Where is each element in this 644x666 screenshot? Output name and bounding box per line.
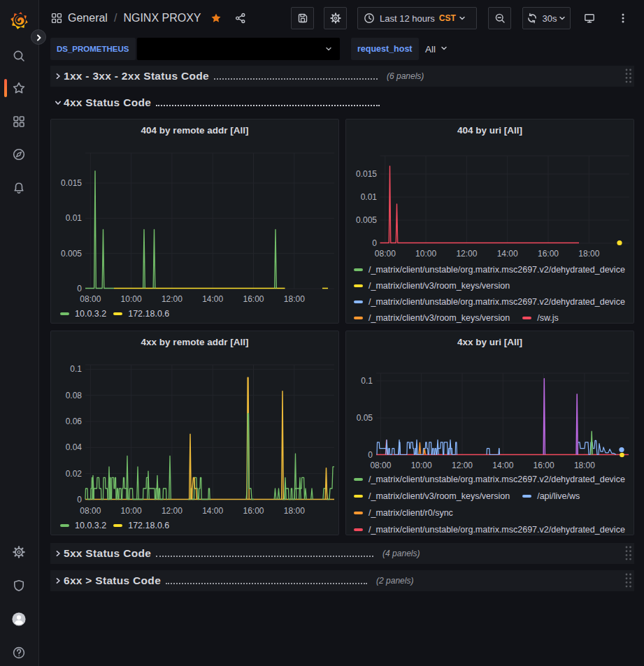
svg-text:14:00: 14:00 [202,294,223,304]
svg-text:0.005: 0.005 [356,215,377,225]
svg-text:18:00: 18:00 [284,294,305,304]
svg-text:14:00: 14:00 [497,249,518,259]
svg-text:16:00: 16:00 [243,506,264,516]
svg-text:10:00: 10:00 [121,294,142,304]
svg-text:0.05: 0.05 [357,413,373,423]
svg-text:12:00: 12:00 [456,249,477,259]
svg-text:12:00: 12:00 [452,461,473,470]
svg-text:14:00: 14:00 [202,506,223,516]
svg-text:0.01: 0.01 [66,213,83,223]
svg-text:0: 0 [372,238,377,248]
svg-text:0.015: 0.015 [356,169,377,179]
svg-text:0.015: 0.015 [61,178,82,188]
svg-text:18:00: 18:00 [578,249,599,259]
svg-text:12:00: 12:00 [162,294,183,304]
svg-text:16:00: 16:00 [534,461,554,470]
svg-text:10:00: 10:00 [121,506,142,516]
svg-text:14:00: 14:00 [492,461,513,470]
svg-text:08:00: 08:00 [375,249,396,259]
svg-text:08:00: 08:00 [370,461,391,470]
svg-text:0.08: 0.08 [66,391,83,400]
svg-text:0.1: 0.1 [361,376,373,386]
svg-text:18:00: 18:00 [284,506,305,516]
svg-text:16:00: 16:00 [243,294,264,304]
svg-text:18:00: 18:00 [574,461,595,470]
svg-text:08:00: 08:00 [80,294,101,304]
svg-text:10:00: 10:00 [415,249,436,259]
svg-text:0: 0 [368,450,373,460]
svg-text:0.005: 0.005 [61,249,82,259]
svg-text:12:00: 12:00 [162,506,183,516]
svg-text:0: 0 [77,495,82,505]
svg-text:16:00: 16:00 [538,249,559,259]
svg-text:10:00: 10:00 [411,461,432,470]
svg-text:0.02: 0.02 [66,469,83,479]
svg-text:0.01: 0.01 [361,192,378,202]
svg-text:0: 0 [77,284,82,294]
svg-text:0.1: 0.1 [70,364,82,374]
svg-text:08:00: 08:00 [80,506,101,516]
svg-text:0.04: 0.04 [66,442,83,452]
svg-text:0.06: 0.06 [66,417,83,426]
